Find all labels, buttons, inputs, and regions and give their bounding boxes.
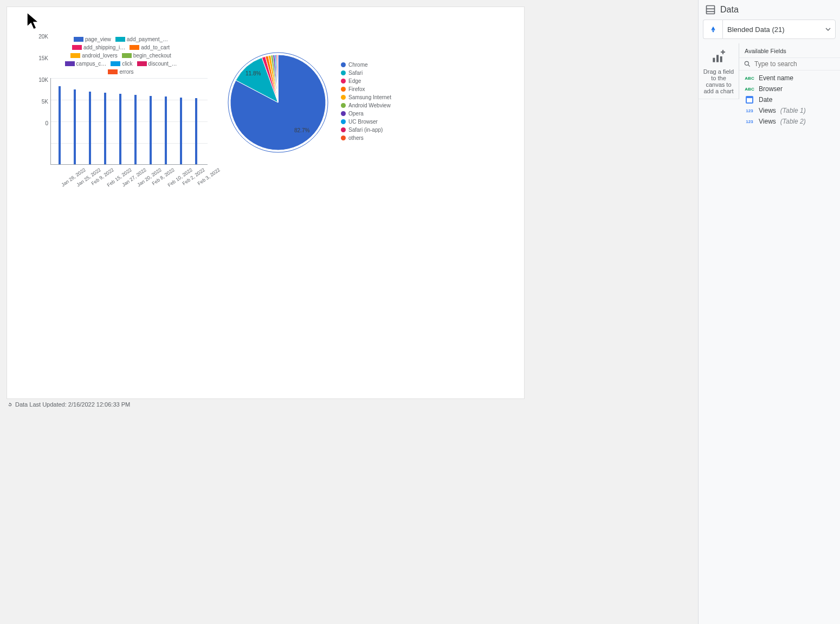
pie-chart-svg: 82.7%11.8%	[224, 48, 332, 157]
field-name: Views	[759, 118, 776, 125]
legend-item: Safari	[341, 70, 391, 76]
svg-point-9	[745, 61, 748, 65]
field-suffix: (Table 1)	[780, 107, 806, 114]
drop-zone[interactable]: Drag a field to the canvas to add a char…	[699, 43, 739, 99]
available-fields-header: Available Fields	[739, 43, 840, 58]
bar-chart-xlabels: Jan 26, 2022Jan 25, 2022Feb 9, 2022Feb 1…	[50, 165, 208, 186]
svg-rect-3	[707, 6, 715, 14]
bar-chart-legend: page_viewadd_payment_…add_shipping_i…add…	[23, 36, 208, 78]
legend-item: Safari (in-app)	[341, 127, 391, 133]
data-icon	[705, 4, 716, 15]
report-canvas-area[interactable]: page_viewadd_payment_…add_shipping_i…add…	[0, 0, 698, 624]
legend-item: Firefox	[341, 86, 391, 92]
legend-item: campus_c…	[65, 61, 107, 67]
legend-item: add_shipping_i…	[72, 44, 125, 50]
blend-icon	[708, 24, 718, 34]
field-type-icon	[744, 96, 755, 104]
legend-item: begin_checkout	[122, 53, 171, 59]
field-item[interactable]: ABCEvent name	[739, 73, 840, 83]
legend-item: add_payment_…	[115, 36, 168, 42]
data-panel-header: Data	[699, 0, 840, 20]
data-panel-title: Data	[720, 5, 739, 15]
field-type-icon: ABC	[744, 76, 755, 81]
field-name: Browser	[759, 85, 783, 93]
field-list: ABCEvent nameABCBrowserDate123Views(Tabl…	[739, 70, 840, 127]
add-chart-icon	[710, 48, 727, 65]
field-type-icon: 123	[744, 119, 755, 124]
field-name: Views	[759, 107, 776, 114]
legend-item: Android Webview	[341, 102, 391, 108]
status-bar: Data Last Updated: 2/16/2022 12:06:33 PM	[7, 401, 130, 408]
legend-item: errors	[108, 69, 133, 75]
field-suffix: (Table 2)	[780, 118, 806, 125]
svg-line-10	[748, 65, 750, 67]
legend-item: discount_…	[137, 61, 177, 67]
field-item[interactable]: 123Views(Table 1)	[739, 105, 840, 116]
legend-item: Chrome	[341, 62, 391, 68]
legend-item: android_lovers	[70, 53, 118, 59]
field-item[interactable]: Date	[739, 94, 840, 105]
legend-item: Samsung Internet	[341, 94, 391, 100]
chevron-down-icon	[825, 27, 831, 32]
field-type-icon: ABC	[744, 87, 755, 92]
status-text: Data Last Updated: 2/16/2022 12:06:33 PM	[15, 401, 130, 408]
field-search-input[interactable]	[754, 60, 836, 68]
field-item[interactable]: ABCBrowser	[739, 83, 840, 94]
legend-item: Edge	[341, 78, 391, 84]
bar-chart-plot	[50, 78, 208, 165]
legend-item: UC Browser	[341, 119, 391, 125]
pie-chart-legend: ChromeSafariEdgeFirefoxSamsung InternetA…	[341, 62, 391, 143]
report-canvas[interactable]: page_viewadd_payment_…add_shipping_i…add…	[7, 7, 525, 399]
field-search[interactable]	[739, 58, 840, 70]
refresh-icon	[7, 401, 13, 408]
field-item[interactable]: 123Views(Table 2)	[739, 116, 840, 127]
bar-chart[interactable]: page_viewadd_payment_…add_shipping_i…add…	[23, 36, 208, 186]
datasource-select[interactable]: Blended Data (21)	[722, 20, 836, 39]
blend-data-button[interactable]	[703, 20, 722, 39]
legend-item: others	[341, 135, 391, 141]
legend-item: Opera	[341, 111, 391, 117]
legend-item: page_view	[74, 36, 111, 42]
svg-rect-6	[713, 58, 715, 62]
drop-zone-hint: Drag a field to the canvas to add a char…	[703, 68, 734, 94]
legend-item: click	[111, 61, 132, 67]
field-name: Event name	[759, 74, 793, 82]
cursor-icon	[25, 11, 41, 33]
data-panel: Data Blended Data (21) Dra	[698, 0, 840, 624]
field-name: Date	[759, 96, 772, 104]
svg-text:82.7%: 82.7%	[294, 127, 309, 133]
search-icon	[744, 60, 751, 68]
pie-chart[interactable]: 82.7%11.8% ChromeSafariEdgeFirefoxSamsun…	[224, 48, 391, 157]
legend-item: add_to_cart	[130, 44, 170, 50]
svg-rect-8	[720, 56, 722, 62]
svg-text:11.8%: 11.8%	[245, 70, 261, 76]
datasource-label: Blended Data (21)	[727, 25, 785, 34]
field-type-icon: 123	[744, 108, 755, 113]
svg-rect-7	[716, 55, 719, 62]
